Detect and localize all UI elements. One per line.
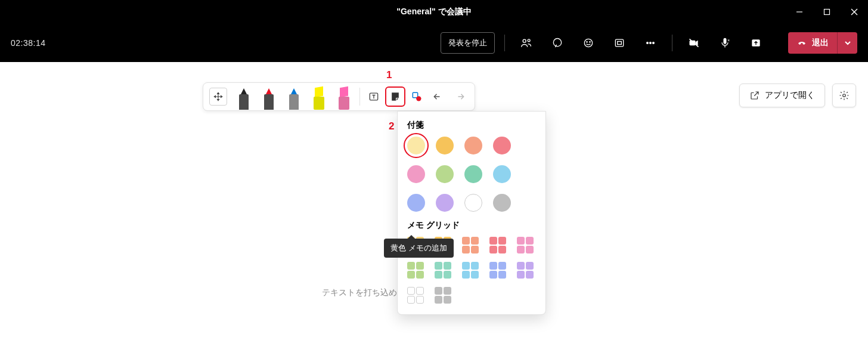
memo-grid-swatch-3[interactable] xyxy=(489,237,506,253)
memo-grid-swatch-11[interactable] xyxy=(435,287,451,304)
whiteboard-toolbar xyxy=(203,82,475,111)
memo-grid-swatch-8[interactable] xyxy=(489,262,506,279)
canvas-right-actions: アプリで開く xyxy=(739,84,856,107)
meeting-toolbar: 02:38:14 発表を停止 × 退出 xyxy=(0,24,868,62)
minimize-button[interactable] xyxy=(786,0,813,24)
sticky-swatch-pink[interactable] xyxy=(407,165,425,183)
pen-black[interactable] xyxy=(233,84,255,110)
more-icon[interactable] xyxy=(638,31,662,55)
memo-grid-swatch-7[interactable] xyxy=(462,262,479,279)
svg-point-12 xyxy=(647,42,649,44)
annotation-2: 2 xyxy=(389,120,394,132)
text-tool[interactable] xyxy=(365,88,383,106)
sticky-swatch-red[interactable] xyxy=(493,137,511,154)
memo-grid-swatch-2[interactable] xyxy=(462,237,479,253)
shapes-tool[interactable] xyxy=(408,88,426,106)
highlighter-yellow[interactable] xyxy=(308,84,330,110)
close-button[interactable] xyxy=(841,0,868,24)
mic-off-icon[interactable]: × xyxy=(713,31,737,55)
svg-rect-11 xyxy=(618,42,622,45)
grid-section-title: メモ グリッド xyxy=(407,220,536,231)
memo-grid-swatch-5[interactable] xyxy=(407,262,424,279)
settings-button[interactable] xyxy=(832,84,856,107)
leave-dropdown[interactable] xyxy=(837,32,857,54)
reactions-icon[interactable] xyxy=(576,31,600,55)
memo-grid-swatch-4[interactable] xyxy=(517,237,534,253)
share-icon[interactable] xyxy=(744,31,768,55)
rooms-icon[interactable] xyxy=(607,31,631,55)
svg-rect-1 xyxy=(824,10,830,15)
move-tool[interactable] xyxy=(209,88,227,106)
pen-blue[interactable] xyxy=(283,84,305,110)
svg-point-13 xyxy=(650,42,652,44)
sticky-swatch-blue[interactable] xyxy=(407,194,425,212)
tooltip: 黄色 メモの追加 xyxy=(384,239,454,258)
meeting-timer: 02:38:14 xyxy=(11,38,46,48)
svg-point-22 xyxy=(416,96,421,101)
leave-button-group: 退出 xyxy=(788,32,857,54)
sticky-swatch-lightblue[interactable] xyxy=(493,165,511,183)
svg-point-6 xyxy=(553,39,561,47)
svg-point-23 xyxy=(843,94,846,97)
sticky-swatch-yellow[interactable] xyxy=(407,137,425,154)
people-icon[interactable] xyxy=(514,31,538,55)
leave-label: 退出 xyxy=(812,38,829,48)
svg-rect-10 xyxy=(615,39,623,47)
sticky-swatch-white[interactable] xyxy=(464,194,482,212)
pen-red[interactable] xyxy=(258,84,280,110)
camera-off-icon[interactable] xyxy=(682,31,706,55)
sticky-note-tool[interactable] xyxy=(386,88,404,106)
redo-button[interactable] xyxy=(451,88,469,106)
sticky-note-popup: 付箋 メモ グリッド xyxy=(397,111,546,315)
leave-button[interactable]: 退出 xyxy=(788,32,837,54)
svg-point-5 xyxy=(528,39,530,42)
stop-presenting-button[interactable]: 発表を停止 xyxy=(441,32,495,54)
sticky-swatch-purple[interactable] xyxy=(436,194,454,212)
chat-icon[interactable] xyxy=(545,31,569,55)
svg-point-9 xyxy=(590,42,590,42)
sticky-swatch-green[interactable] xyxy=(436,165,454,183)
memo-grid-swatch-6[interactable] xyxy=(435,262,451,279)
maximize-button[interactable] xyxy=(813,0,841,24)
sticky-swatch-orange[interactable] xyxy=(436,137,454,154)
canvas-placeholder: テキストを打ち込め xyxy=(322,287,397,298)
undo-button[interactable] xyxy=(429,88,447,106)
sticky-swatch-teal[interactable] xyxy=(464,165,482,183)
window-titlebar: "General" で会議中 xyxy=(0,0,868,24)
open-in-app-label: アプリで開く xyxy=(765,90,815,101)
window-title: "General" で会議中 xyxy=(396,7,471,17)
sticky-swatch-coral[interactable] xyxy=(464,137,482,154)
sticky-section-title: 付箋 xyxy=(407,120,536,131)
memo-grid-swatch-10[interactable] xyxy=(407,287,424,304)
svg-point-8 xyxy=(587,42,587,42)
sticky-swatch-gray[interactable] xyxy=(493,194,511,212)
sticky-color-grid xyxy=(407,137,536,212)
annotation-1: 1 xyxy=(386,69,392,81)
memo-grid-swatch-9[interactable] xyxy=(517,262,534,279)
svg-point-4 xyxy=(523,39,526,42)
svg-point-14 xyxy=(653,42,655,44)
svg-text:×: × xyxy=(727,38,730,42)
highlighter-pink[interactable] xyxy=(333,84,355,110)
open-in-app-button[interactable]: アプリで開く xyxy=(739,84,825,107)
window-controls xyxy=(786,0,868,24)
svg-point-7 xyxy=(584,39,592,47)
whiteboard-canvas[interactable]: 1 2 付箋 メモ グリッド 黄色 メモの追加 テキストを打ち込め アプリで開く xyxy=(0,62,868,337)
